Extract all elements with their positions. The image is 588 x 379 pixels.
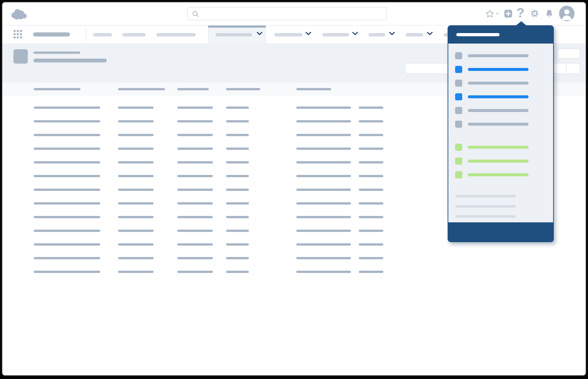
cell-placeholder	[34, 134, 100, 136]
column-header-placeholder[interactable]	[118, 88, 165, 90]
favorites-chevron-icon[interactable]	[496, 12, 499, 15]
setup-gear-icon[interactable]	[530, 9, 539, 18]
popover-option-row[interactable]	[448, 66, 553, 73]
object-label-placeholder	[33, 51, 80, 54]
cell-placeholder	[296, 161, 351, 163]
tab-chevron[interactable]	[352, 32, 358, 35]
cloud-logo-icon	[10, 8, 28, 20]
cell-placeholder	[359, 271, 383, 273]
checkbox-icon[interactable]	[455, 121, 462, 128]
cell-placeholder	[226, 189, 249, 191]
cell-placeholder	[177, 175, 213, 177]
cell-placeholder	[34, 271, 100, 273]
table-row[interactable]	[2, 271, 586, 273]
nav-tab-2[interactable]	[122, 33, 146, 36]
chevron-down-icon	[427, 32, 433, 35]
popover-header	[448, 25, 554, 44]
nav-tab-5[interactable]	[274, 33, 302, 36]
cell-placeholder	[34, 243, 100, 246]
popover-option-row[interactable]	[448, 52, 553, 59]
favorites-star-icon[interactable]	[485, 9, 495, 18]
checkbox-icon[interactable]	[455, 158, 462, 165]
cell-placeholder	[226, 202, 249, 205]
popover-option-row[interactable]	[448, 93, 553, 100]
cell-placeholder	[34, 120, 100, 123]
cell-placeholder	[118, 257, 154, 259]
cell-placeholder	[359, 257, 383, 259]
cell-placeholder	[118, 243, 154, 246]
cell-placeholder	[359, 202, 383, 205]
screenshot-frame: ?	[0, 0, 588, 379]
checkbox-icon[interactable]	[455, 144, 462, 151]
cell-placeholder	[177, 189, 213, 191]
chevron-down-icon	[389, 32, 395, 35]
cell-placeholder	[226, 161, 249, 163]
notifications-bell-icon[interactable]	[545, 9, 554, 18]
tab-selected[interactable]	[208, 26, 266, 44]
nav-tab-1[interactable]	[93, 33, 112, 36]
checkbox-icon[interactable]	[455, 107, 462, 114]
column-header-placeholder[interactable]	[177, 88, 209, 90]
popover-success-row[interactable]	[448, 144, 553, 151]
nav-tab-6[interactable]	[322, 33, 349, 36]
help-icon[interactable]: ?	[516, 5, 524, 20]
column-header-placeholder[interactable]	[34, 88, 80, 90]
popover-success-row[interactable]	[448, 171, 553, 178]
cell-placeholder	[359, 134, 383, 136]
cell-placeholder	[359, 120, 383, 123]
nav-tab-3[interactable]	[156, 33, 196, 36]
nav-tab-7[interactable]	[369, 33, 385, 36]
option-label-placeholder	[468, 54, 528, 57]
cell-placeholder	[296, 243, 351, 246]
option-label-placeholder	[468, 173, 528, 176]
tab-chevron[interactable]	[305, 32, 311, 35]
popover-option-row[interactable]	[448, 107, 553, 114]
segmented-button-group[interactable]	[552, 63, 580, 74]
popover-option-row[interactable]	[448, 79, 553, 87]
table-row[interactable]	[2, 257, 586, 259]
popover-footer	[448, 222, 554, 242]
cell-placeholder	[118, 216, 154, 218]
popover-arrow	[516, 21, 526, 25]
action-button[interactable]	[558, 48, 580, 59]
tab-chevron[interactable]	[427, 32, 433, 35]
nav-tab-8[interactable]	[406, 33, 423, 36]
cell-placeholder	[118, 230, 154, 232]
checkbox-icon[interactable]	[455, 79, 462, 87]
cell-placeholder	[177, 202, 213, 205]
cell-placeholder	[226, 134, 249, 136]
cell-placeholder	[177, 134, 213, 136]
tab-chevron[interactable]	[257, 32, 263, 35]
tab-chevron[interactable]	[389, 32, 395, 35]
cell-placeholder	[296, 230, 351, 232]
popover-text-line-placeholder	[455, 205, 516, 208]
cell-placeholder	[177, 161, 213, 163]
table-row[interactable]	[2, 243, 586, 246]
cell-placeholder	[118, 107, 154, 109]
global-search-input[interactable]	[187, 7, 387, 20]
checkbox-icon[interactable]	[455, 66, 462, 73]
cell-placeholder	[296, 148, 351, 150]
column-header-placeholder[interactable]	[226, 88, 260, 90]
cell-placeholder	[118, 175, 154, 177]
column-header-placeholder[interactable]	[296, 88, 331, 90]
cell-placeholder	[34, 230, 100, 232]
cell-placeholder	[177, 243, 213, 246]
add-icon[interactable]	[504, 10, 512, 17]
checkbox-icon[interactable]	[455, 52, 462, 59]
popover-success-row[interactable]	[448, 158, 553, 165]
checkbox-icon[interactable]	[455, 93, 462, 100]
cell-placeholder	[226, 107, 249, 109]
cell-placeholder	[359, 230, 383, 232]
global-header: ?	[2, 2, 586, 25]
cell-placeholder	[296, 216, 351, 218]
cell-placeholder	[359, 216, 383, 218]
cell-placeholder	[359, 189, 383, 191]
cell-placeholder	[34, 216, 100, 218]
popover-option-row[interactable]	[448, 121, 553, 128]
cell-placeholder	[177, 120, 213, 123]
user-avatar[interactable]	[559, 6, 574, 21]
cell-placeholder	[296, 107, 351, 109]
app-launcher-waffle-icon[interactable]	[14, 30, 22, 39]
checkbox-icon[interactable]	[455, 171, 462, 178]
